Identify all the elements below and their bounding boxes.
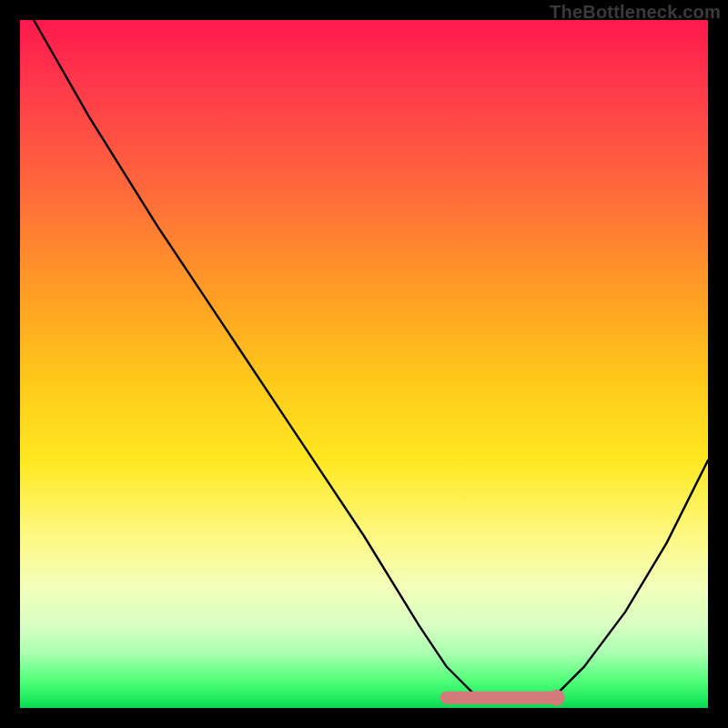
optimal-point-dot <box>549 690 565 706</box>
plot-area <box>20 20 708 708</box>
watermark-text: TheBottleneck.com <box>550 2 721 23</box>
bottleneck-curve <box>34 20 708 701</box>
chart-overlay <box>20 20 708 708</box>
chart-container: TheBottleneck.com <box>0 0 728 728</box>
